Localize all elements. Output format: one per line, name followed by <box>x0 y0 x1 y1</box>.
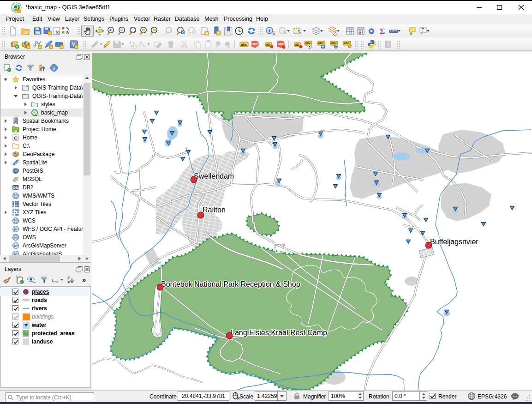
svg-text:abc: abc <box>278 42 284 46</box>
svg-text:ab: ab <box>295 43 299 46</box>
svg-text:ε: ε <box>52 276 54 283</box>
svg-text:Bontebok National Park Recepti: Bontebok National Park Reception & Shop <box>161 280 300 288</box>
svg-text:Lang Elsies Kraal Rest Camp: Lang Elsies Kraal Rest Camp <box>231 329 327 337</box>
svg-text:Swellendam: Swellendam <box>194 172 234 180</box>
svg-text:abc: abc <box>305 42 311 45</box>
svg-text:abc: abc <box>252 42 258 46</box>
svg-text:T: T <box>422 28 424 33</box>
svg-text:i: i <box>269 28 270 33</box>
svg-text:W: W <box>14 245 17 247</box>
svg-text:1:1: 1:1 <box>167 29 172 32</box>
svg-text:abc: abc <box>318 42 324 45</box>
svg-text:Railton: Railton <box>203 206 226 214</box>
svg-text:W: W <box>14 228 17 231</box>
svg-text:ab: ab <box>266 43 270 46</box>
svg-text:Buffeljagsrivier: Buffeljagsrivier <box>430 238 478 246</box>
svg-text:DB2: DB2 <box>13 186 20 189</box>
svg-text:Σ: Σ <box>380 27 385 36</box>
svg-text:abc: abc <box>241 42 247 47</box>
svg-text:?: ? <box>387 42 390 47</box>
svg-text:a: a <box>66 30 69 35</box>
svg-text:abc: abc <box>344 42 350 45</box>
svg-text:i: i <box>54 66 55 71</box>
svg-text:abc: abc <box>331 42 337 45</box>
